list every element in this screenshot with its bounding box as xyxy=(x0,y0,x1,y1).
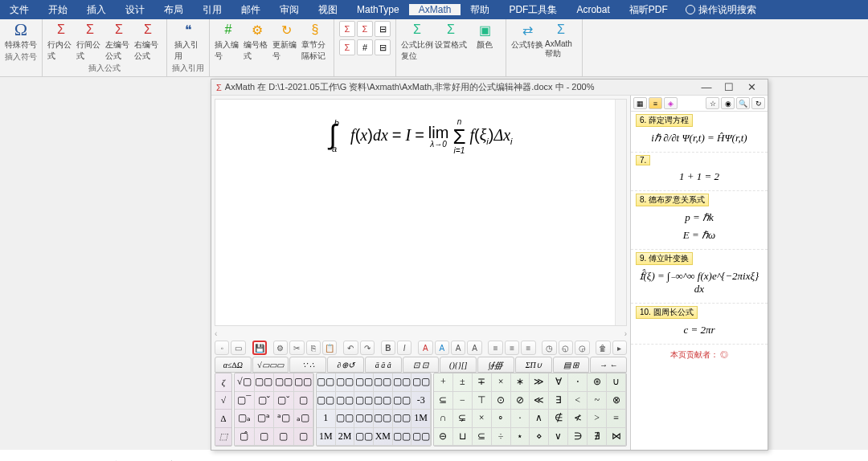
palB-cell-9[interactable]: ▢ᵃ xyxy=(255,410,275,428)
palD-cell-8[interactable]: ⊛ xyxy=(588,373,607,392)
menu-tab-2[interactable]: 插入 xyxy=(77,4,116,15)
palD-cell-25[interactable]: ∧ xyxy=(530,410,549,428)
dots-icon[interactable]: ⊟ xyxy=(375,21,391,37)
palD-cell-27[interactable]: ≮ xyxy=(568,410,588,428)
palD-cell-0[interactable]: + xyxy=(434,373,453,392)
close-button[interactable]: ✕ xyxy=(740,81,763,93)
palC-cell-14[interactable]: ▢▢ xyxy=(354,410,374,428)
palC-cell-15[interactable]: ▢▢ xyxy=(374,410,393,428)
palD-cell-28[interactable]: > xyxy=(588,410,607,428)
menu-tab-11[interactable]: 帮助 xyxy=(461,4,499,15)
tb-a1[interactable]: A xyxy=(418,341,432,355)
palD-cell-17[interactable]: < xyxy=(568,392,588,410)
tell-me[interactable]: 操作说明搜索 xyxy=(686,3,756,17)
rbtn-g5-2[interactable]: ▣颜色 xyxy=(469,21,501,62)
palD-cell-23[interactable]: ∘ xyxy=(492,410,511,428)
lib-item-1[interactable]: 7.1 + 1 = 2 xyxy=(631,153,768,191)
menu-tab-4[interactable]: 布局 xyxy=(154,4,193,15)
menu-tab-13[interactable]: Acrobat xyxy=(567,4,619,15)
scrollbar[interactable] xyxy=(615,100,626,325)
tb-bold[interactable]: B xyxy=(381,341,395,355)
cat-tab-2[interactable]: ∵ ∴ xyxy=(289,357,326,373)
palC-cell-5[interactable]: ▢▢ xyxy=(411,373,431,392)
palD-cell-39[interactable]: ⋈ xyxy=(607,428,626,447)
cat-tab-6[interactable]: (){}[] xyxy=(440,357,477,373)
cat-tab-9[interactable]: ▤ ⊞ xyxy=(553,357,590,373)
palD-cell-16[interactable]: ∃ xyxy=(549,392,568,410)
palD-cell-15[interactable]: ≪ xyxy=(530,392,549,410)
palD-cell-22[interactable]: × xyxy=(473,410,492,428)
palB-cell-13[interactable]: ▢ xyxy=(255,428,275,447)
palC-cell-4[interactable]: ▢▢ xyxy=(393,373,412,392)
palB-cell-4[interactable]: ▢¯ xyxy=(235,392,255,410)
rbtn-g5-1[interactable]: Σ设置格式 xyxy=(435,21,467,62)
palC-cell-22[interactable]: ▢▢ xyxy=(393,428,412,447)
palD-cell-6[interactable]: ∀ xyxy=(549,373,568,392)
palC-cell-12[interactable]: 1 xyxy=(317,410,336,428)
palD-cell-7[interactable]: ⋅ xyxy=(568,373,588,392)
st-grid[interactable]: ▦ xyxy=(633,97,647,109)
tb-a2[interactable]: A xyxy=(435,341,449,355)
menu-tab-9[interactable]: MathType xyxy=(347,4,409,15)
palD-cell-13[interactable]: ⊙ xyxy=(492,392,511,410)
rbtn-g2-0[interactable]: Σ行内公式 xyxy=(47,21,75,62)
st-star[interactable]: ☆ xyxy=(706,97,719,109)
palC-cell-2[interactable]: ▢▢ xyxy=(354,373,374,392)
palC-cell-3[interactable]: ▢▢ xyxy=(374,373,393,392)
tb-save-alt[interactable]: ▭ xyxy=(231,341,245,355)
palD-cell-36[interactable]: ∨ xyxy=(549,428,568,447)
tb-c1[interactable]: ◷ xyxy=(542,341,556,355)
palD-cell-2[interactable]: ∓ xyxy=(473,373,492,392)
cat-tab-5[interactable]: ⊡ ⊡ xyxy=(403,357,440,373)
palC-cell-17[interactable]: 1M xyxy=(411,410,431,428)
palC-cell-16[interactable]: ▢▢ xyxy=(393,410,412,428)
palD-cell-3[interactable]: × xyxy=(492,373,511,392)
palC-cell-7[interactable]: ▢▢ xyxy=(336,392,355,410)
tb-gear[interactable]: ⚙ xyxy=(273,341,288,355)
palB-cell-8[interactable]: ▢ₐ xyxy=(235,410,255,428)
formula-library[interactable]: 6. 薛定谔方程iℏ ∂/∂t Ψ(r,t) = ĤΨ(r,t)7.1 + 1 … xyxy=(631,112,768,450)
btn-insert-ref[interactable]: ❝插入引用 xyxy=(174,21,202,62)
tb-al2[interactable]: ≡ xyxy=(505,341,519,355)
palB-cell-7[interactable]: ▢ xyxy=(294,392,314,410)
palD-cell-10[interactable]: ⊆ xyxy=(434,392,453,410)
tb-redo[interactable]: ↷ xyxy=(360,341,375,355)
sigma-icon[interactable]: Σ xyxy=(339,21,355,37)
lib-item-3[interactable]: 9. 傅立叶变换f̂(ξ) = ∫₋∞^∞ f(x)e^{−2πixξ} dx xyxy=(631,250,768,304)
menu-tab-1[interactable]: 开始 xyxy=(39,4,77,15)
tb-cut[interactable]: ✂ xyxy=(289,341,304,355)
tb-paste[interactable]: 📋 xyxy=(322,341,337,355)
cat-tab-8[interactable]: ΣΠ∪ xyxy=(515,357,552,373)
palB-cell-3[interactable]: ▢▢ xyxy=(294,373,314,392)
menu-tab-14[interactable]: 福昕PDF xyxy=(620,4,678,15)
st-eye[interactable]: ◉ xyxy=(721,97,735,109)
palB-cell-6[interactable]: ▢˘ xyxy=(274,392,294,410)
palD-cell-5[interactable]: ≫ xyxy=(530,373,549,392)
palC-cell-21[interactable]: XM xyxy=(374,428,393,447)
lib-item-0[interactable]: 6. 薛定谔方程iℏ ∂/∂t Ψ(r,t) = ĤΨ(r,t) xyxy=(631,112,768,153)
st-list[interactable]: ≡ xyxy=(649,97,662,109)
palB-cell-0[interactable]: √▢ xyxy=(235,373,255,392)
palD-cell-18[interactable]: ~ xyxy=(588,392,607,410)
palC-cell-0[interactable]: ▢▢ xyxy=(317,373,336,392)
maximize-button[interactable]: ☐ xyxy=(718,81,740,93)
palD-cell-20[interactable]: ∩ xyxy=(434,410,453,428)
tb-copy[interactable]: ⎘ xyxy=(306,341,321,355)
cat-tab-0[interactable]: α≤∆Ω xyxy=(215,357,252,373)
palC-cell-13[interactable]: ▢▢ xyxy=(336,410,355,428)
rbtn-g6-0[interactable]: ⇄公式转换 xyxy=(511,21,543,59)
palD-cell-35[interactable]: ⋄ xyxy=(530,428,549,447)
palD-cell-32[interactable]: ⊆ xyxy=(473,428,492,447)
rbtn-g4-3[interactable]: §章节分隔标记 xyxy=(301,21,329,62)
tb-italic[interactable]: I xyxy=(397,341,411,355)
st-ref[interactable]: ↻ xyxy=(751,97,765,109)
cat-tab-7[interactable]: ∫∮∰ xyxy=(477,357,514,373)
palD-cell-31[interactable]: ⊔ xyxy=(453,428,473,447)
tb-al3[interactable]: ≡ xyxy=(521,341,535,355)
palC-cell-10[interactable]: ▢▢ xyxy=(393,392,412,410)
palC-cell-6[interactable]: ▢▢ xyxy=(317,392,336,410)
cat-tab-10[interactable]: → ← xyxy=(590,357,627,373)
menu-tab-0[interactable]: 文件 xyxy=(0,4,39,15)
palD-cell-14[interactable]: ⊘ xyxy=(511,392,530,410)
rbtn-g2-3[interactable]: Σ右编号公式 xyxy=(134,21,162,62)
